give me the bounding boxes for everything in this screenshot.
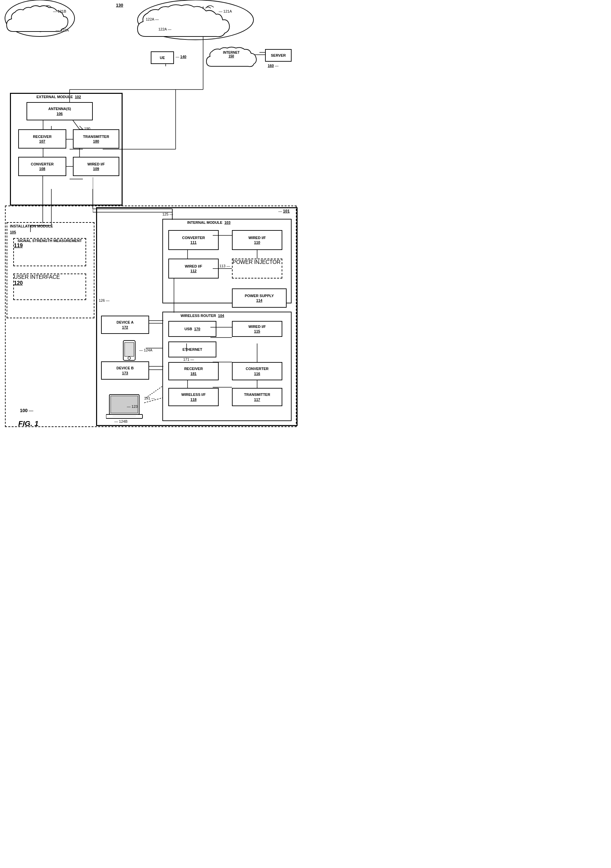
svg-rect-94 xyxy=(125,343,134,356)
ref-125: 125 — xyxy=(162,212,173,216)
installation-module-container xyxy=(7,222,94,318)
installation-module-label: INSTALLATION MODULE xyxy=(10,224,53,228)
wireless-router-label: WIRELESS ROUTER 104 xyxy=(181,314,224,318)
server-box: SERVER xyxy=(265,49,292,62)
ethernet-box: ETHERNET xyxy=(168,341,217,357)
wired-if115-box: WIRED I/F 115 xyxy=(232,321,282,337)
converter116-box: CONVERTER 116 xyxy=(232,362,282,380)
transmitter180-box: TRANSMITTER 180 xyxy=(73,129,119,149)
ref-140: — 140 xyxy=(176,55,186,59)
ref-190: — 190 xyxy=(79,127,90,131)
power-injector-box: POWER INJECTOR xyxy=(232,259,282,279)
ref-121b: — 121B xyxy=(53,9,66,13)
phone-icon xyxy=(119,340,139,363)
ref-100: 100 — xyxy=(20,408,33,413)
ref-126: 126 — xyxy=(99,298,109,302)
converter111-box: CONVERTER 111 xyxy=(168,230,219,250)
figure-label: FIG. 1 xyxy=(18,419,39,428)
internet-server-line xyxy=(260,49,266,56)
ref-124a: — 124A xyxy=(139,348,152,352)
diagram: 130 — 121B — 121A — 122A 122A — 122A — U… xyxy=(0,0,305,434)
ref-191: 191 — xyxy=(144,396,155,400)
power-supply-box: POWER SUPPLY 114 xyxy=(232,288,287,308)
ref-130: 130 xyxy=(116,3,123,8)
ref-123: — 123 xyxy=(127,405,138,408)
receiver107-box: RECEIVER 107 xyxy=(18,129,66,149)
wired-if110-box: WIRED I/F 110 xyxy=(232,230,282,250)
ref-101: — 101 xyxy=(278,209,289,214)
internet-cloud: INTERNET150 xyxy=(205,45,260,71)
svg-rect-98 xyxy=(106,414,142,418)
ref-113: 113 — xyxy=(220,264,230,268)
ref-122a-left: — 122A xyxy=(56,28,69,32)
device-b-box: DEVICE B 173 xyxy=(101,361,149,380)
ref-160: 160 — xyxy=(268,64,278,68)
right-cloud xyxy=(133,2,252,43)
receiver181-box: RECEIVER 181 xyxy=(168,362,219,380)
ref-122a-top: 122A — xyxy=(146,17,159,21)
ue-box: UE xyxy=(151,51,174,64)
internal-module-label: INTERNAL MODULE 103 xyxy=(187,220,230,225)
signal-strength-box: SIGNAL STRENGTH MEASUREMENT 119 xyxy=(13,238,86,266)
user-interface-box: USER INTERFACE 120 xyxy=(13,274,86,300)
ref-171: 171 — xyxy=(183,357,194,361)
laptop-icon xyxy=(106,393,146,423)
wireless-if118-box: WIRELESS I/F 118 xyxy=(168,388,219,406)
usb170-box: USB 170 xyxy=(168,321,217,337)
wired-if109-box: WIRED I/F 109 xyxy=(73,157,119,176)
ref-124b: — 124B xyxy=(114,419,128,423)
device-a-box: DEVICE A 172 xyxy=(101,316,149,334)
external-module-label: EXTERNAL MODULE 102 xyxy=(36,95,81,99)
transmitter117-box: TRANSMITTER 117 xyxy=(232,388,282,406)
installation-module-ref: 105 xyxy=(10,230,16,234)
converter108-box: CONVERTER 108 xyxy=(18,157,66,176)
antennas-box: ANTENNA(S) 106 xyxy=(26,102,93,120)
left-cloud xyxy=(3,2,76,38)
wired-if112-box: WIRED I/F 112 xyxy=(168,259,219,279)
ref-122a-mid: 122A — xyxy=(158,27,171,31)
ref-121a: — 121A xyxy=(219,9,232,13)
